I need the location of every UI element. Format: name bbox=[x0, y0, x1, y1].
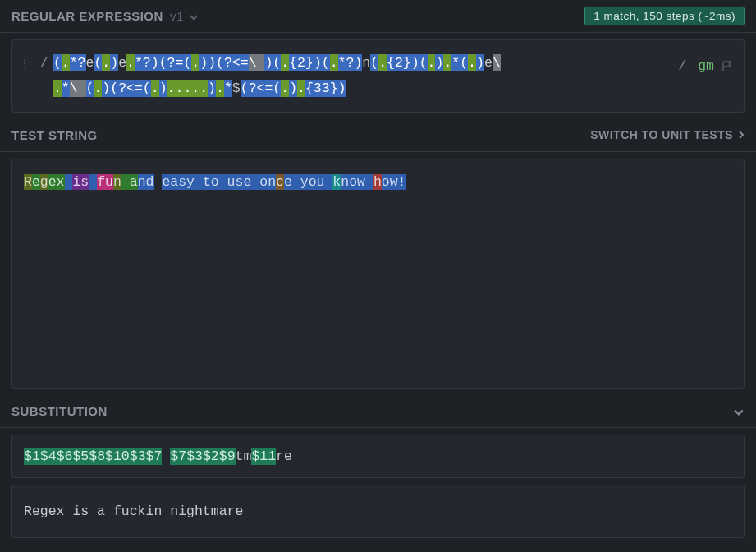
regex-token-grp: ( bbox=[143, 80, 151, 97]
regex-token-grp: ( bbox=[370, 54, 378, 71]
regex-token-any: . bbox=[428, 54, 436, 71]
substitution-input[interactable]: $1$4$6$5$8$10$3$7 $7$3$2$9tm$11re bbox=[11, 435, 745, 478]
sub-literal bbox=[162, 448, 170, 464]
regex-token-lit: e bbox=[118, 54, 126, 71]
match-segment: a bbox=[121, 174, 138, 190]
substitution-result: Regex is a fuckin nightmare bbox=[11, 485, 745, 538]
chevron-down-icon[interactable] bbox=[733, 404, 745, 418]
regex-token-any: . bbox=[199, 80, 208, 97]
regex-token-quant: {33} bbox=[305, 80, 338, 97]
sub-group-ref: $9 bbox=[219, 448, 236, 465]
sub-group-ref: $7 bbox=[146, 448, 163, 465]
regex-token-grp: ) bbox=[314, 54, 322, 71]
regex-token-lit: n bbox=[362, 54, 370, 71]
test-string-header: TEST STRING SWITCH TO UNIT TESTS bbox=[0, 119, 756, 152]
regex-token-quant: {2} bbox=[387, 54, 411, 71]
match-segment: k bbox=[332, 174, 341, 190]
chevron-down-icon[interactable] bbox=[189, 9, 199, 23]
regex-token-lit: e bbox=[484, 54, 493, 71]
regex-token-any: . bbox=[468, 54, 476, 71]
match-segment: e bbox=[32, 174, 40, 190]
regex-token-grp: ( bbox=[273, 80, 281, 97]
regex-token-grp: ) bbox=[264, 54, 273, 71]
regex-token-any: . bbox=[94, 80, 102, 97]
regex-token-any: . bbox=[62, 54, 70, 71]
drag-handle-icon[interactable]: ⋮ bbox=[19, 53, 30, 76]
sub-group-ref: $5 bbox=[72, 448, 89, 465]
sub-group-ref: $3 bbox=[130, 448, 146, 465]
regex-token-grp: (?<= bbox=[216, 54, 249, 71]
regex-token-esc: \ bbox=[249, 54, 265, 71]
regex-token-any: . bbox=[330, 54, 338, 71]
regex-token-grp: ) bbox=[199, 54, 208, 71]
regex-token-any: . bbox=[216, 80, 224, 97]
regex-token-any: . bbox=[281, 80, 289, 97]
regex-flags[interactable]: gm bbox=[698, 53, 714, 79]
regex-token-any: . bbox=[53, 80, 62, 97]
substitution-header: SUBSTITUTION bbox=[0, 395, 756, 428]
regex-token-grp: ) bbox=[102, 80, 110, 97]
regex-token-grp: ( bbox=[86, 80, 94, 97]
sub-group-ref: $4 bbox=[40, 448, 57, 465]
regex-token-any: . bbox=[297, 80, 305, 97]
sub-group-ref: $7 bbox=[170, 448, 186, 465]
match-segment: ow! bbox=[382, 174, 406, 190]
regex-token-grp: ( bbox=[273, 54, 281, 71]
regex-token-quant: {2} bbox=[289, 54, 314, 71]
chevron-right-icon bbox=[738, 130, 745, 140]
regex-token-any: . bbox=[167, 80, 176, 97]
regex-token-grp: (?<= bbox=[241, 80, 273, 97]
match-segment: easy to use on bbox=[162, 174, 276, 190]
regex-close-delim: / bbox=[673, 53, 691, 79]
regex-pattern[interactable]: (.*?e(.)e.*?)(?=(.))(?<=\ )(.{2})(.*?)n(… bbox=[53, 50, 667, 102]
regex-token-grp: ( bbox=[94, 54, 102, 71]
match-segment: R bbox=[24, 174, 32, 190]
match-segment: ex bbox=[48, 174, 65, 190]
regex-token-any: . bbox=[102, 54, 110, 71]
switch-to-unit-tests-link[interactable]: SWITCH TO UNIT TESTS bbox=[590, 128, 745, 141]
match-segment bbox=[154, 174, 163, 190]
regex-flags-area[interactable]: / gm bbox=[673, 53, 734, 79]
match-segment: e you bbox=[284, 174, 332, 190]
regex-token-esc: \ bbox=[493, 54, 501, 71]
match-segment bbox=[65, 174, 73, 190]
sub-group-ref: $6 bbox=[57, 448, 73, 465]
sub-literal: re bbox=[276, 448, 292, 464]
regex-input-box[interactable]: ⋮ / (.*?e(.)e.*?)(?=(.))(?<=\ )(.{2})(.*… bbox=[11, 39, 745, 113]
regex-header: REGULAR EXPRESSION v1 1 match, 150 steps… bbox=[0, 0, 756, 33]
flag-icon[interactable] bbox=[721, 53, 734, 79]
regex-token-grp: (?<= bbox=[110, 80, 143, 97]
regex-token-quant: *? bbox=[70, 54, 86, 71]
sub-group-ref: $2 bbox=[203, 448, 219, 465]
regex-token-grp: ) bbox=[208, 54, 216, 71]
regex-token-grp: ) bbox=[159, 80, 167, 97]
regex-token-grp: ( bbox=[419, 54, 428, 71]
regex-token-quant: * bbox=[451, 54, 460, 71]
test-string-content[interactable]: Regex is fun and easy to use once you kn… bbox=[24, 174, 406, 190]
regex-token-any: . bbox=[126, 54, 135, 71]
sub-literal: tm bbox=[236, 448, 252, 464]
substitution-pattern[interactable]: $1$4$6$5$8$10$3$7 $7$3$2$9tm$11re bbox=[24, 448, 292, 465]
regex-token-grp: ) bbox=[476, 54, 484, 71]
regex-token-grp: ) bbox=[354, 54, 362, 71]
match-segment: n bbox=[113, 174, 121, 190]
sub-group-ref: $11 bbox=[251, 448, 276, 465]
test-string-input[interactable]: Regex is fun and easy to use once you kn… bbox=[11, 159, 745, 389]
regex-token-grp: ) bbox=[208, 80, 216, 97]
match-segment: c bbox=[276, 174, 284, 190]
match-segment: now bbox=[341, 174, 373, 190]
sub-group-ref: $10 bbox=[105, 448, 130, 465]
regex-token-grp: (?= bbox=[159, 54, 184, 71]
match-segment: g bbox=[40, 174, 48, 190]
regex-token-any: . bbox=[378, 54, 387, 71]
match-segment bbox=[89, 174, 97, 190]
match-segment: nd bbox=[138, 174, 154, 190]
match-segment: fu bbox=[97, 174, 113, 190]
regex-token-grp: ( bbox=[322, 54, 330, 71]
regex-title: REGULAR EXPRESSION bbox=[11, 9, 163, 23]
match-status-badge: 1 match, 150 steps (~2ms) bbox=[584, 7, 745, 25]
regex-token-quant: * bbox=[62, 80, 70, 97]
regex-token-quant: * bbox=[224, 80, 232, 97]
regex-version[interactable]: v1 bbox=[170, 9, 184, 23]
sub-group-ref: $1 bbox=[24, 448, 40, 465]
